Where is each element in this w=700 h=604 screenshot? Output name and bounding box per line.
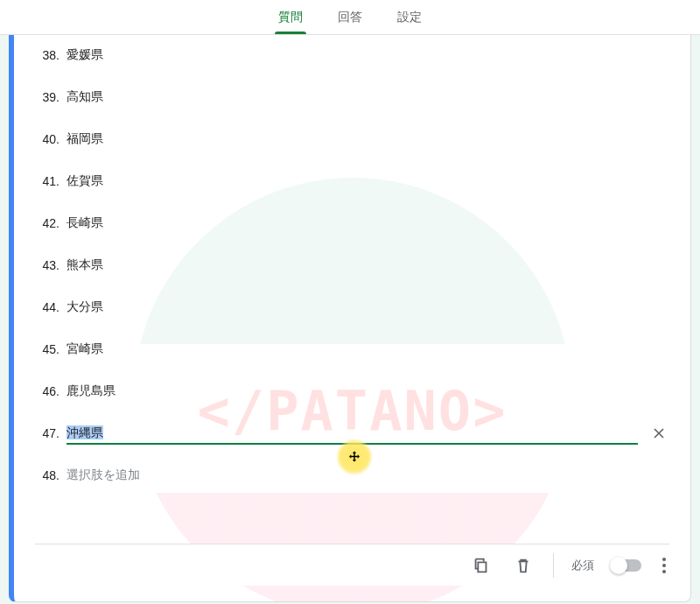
option-row[interactable]: 46. 鹿児島県 xyxy=(35,370,669,412)
remove-option-button[interactable] xyxy=(648,423,669,444)
option-label[interactable]: 高知県 xyxy=(66,86,669,109)
tab-responses[interactable]: 回答 xyxy=(334,10,366,34)
option-row[interactable]: 43. 熊本県 xyxy=(35,244,669,286)
option-row[interactable]: 42. 長崎県 xyxy=(35,202,669,244)
question-footer: 必須 xyxy=(35,544,669,586)
option-label[interactable]: 大分県 xyxy=(66,296,669,319)
add-option-row[interactable]: 48. 選択肢を追加 xyxy=(35,454,669,496)
option-row[interactable]: 38. 愛媛県 xyxy=(35,35,669,76)
option-label[interactable]: 長崎県 xyxy=(66,212,669,235)
option-row[interactable]: 45. 宮崎県 xyxy=(35,328,669,370)
option-number: 47. xyxy=(35,426,60,440)
option-label[interactable]: 熊本県 xyxy=(66,254,669,277)
option-number: 43. xyxy=(35,258,60,272)
delete-button[interactable] xyxy=(511,553,536,578)
option-label[interactable]: 福岡県 xyxy=(66,128,669,151)
option-row-active[interactable]: 47. 沖縄県 xyxy=(35,412,669,454)
option-label[interactable]: 鹿児島県 xyxy=(66,380,669,403)
option-label[interactable]: 宮崎県 xyxy=(66,338,669,361)
option-label[interactable]: 佐賀県 xyxy=(66,170,669,193)
option-list: 37. 香川県38. 愛媛県39. 高知県40. 福岡県41. 佐賀県42. 長… xyxy=(35,35,669,496)
option-row[interactable]: 40. 福岡県 xyxy=(35,118,669,160)
tab-questions[interactable]: 質問 xyxy=(275,10,306,34)
question-card: </PATANO> 37. 香川県38. 愛媛県39. 高知県40. 福岡県41… xyxy=(9,35,691,602)
option-number: 40. xyxy=(35,132,60,146)
option-number: 41. xyxy=(35,174,60,188)
option-number: 42. xyxy=(35,216,60,230)
required-toggle[interactable] xyxy=(612,559,641,572)
required-label: 必須 xyxy=(571,558,594,573)
add-option-placeholder[interactable]: 選択肢を追加 xyxy=(66,464,669,487)
option-row[interactable]: 41. 佐賀県 xyxy=(35,160,669,202)
option-label[interactable]: 愛媛県 xyxy=(66,44,669,67)
tab-settings[interactable]: 設定 xyxy=(394,10,425,34)
option-row[interactable]: 44. 大分県 xyxy=(35,286,669,328)
option-row[interactable]: 39. 高知県 xyxy=(35,76,669,118)
option-number: 45. xyxy=(35,342,60,356)
duplicate-button[interactable] xyxy=(469,553,494,578)
option-number: 38. xyxy=(35,48,60,62)
form-tabs: 質問 回答 設定 xyxy=(0,0,700,35)
option-number: 46. xyxy=(35,384,60,398)
option-input[interactable]: 沖縄県 xyxy=(66,422,638,445)
more-menu-button[interactable] xyxy=(659,558,669,573)
option-number: 44. xyxy=(35,300,60,314)
option-number: 39. xyxy=(35,90,60,104)
option-number: 48. xyxy=(35,468,60,482)
footer-divider xyxy=(553,553,554,578)
